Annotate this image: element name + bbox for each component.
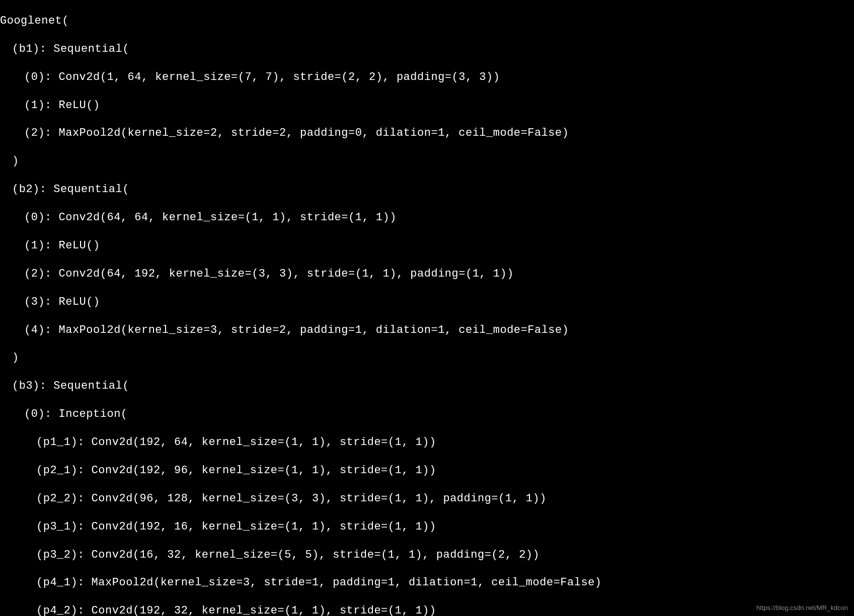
b2-layer-0: (0): Conv2d(64, 64, kernel_size=(1, 1), … — [0, 211, 854, 225]
b2-layer-4: (4): MaxPool2d(kernel_size=3, stride=2, … — [0, 323, 854, 337]
b3-inception0-layer-6: (p4_2): Conv2d(192, 32, kernel_size=(1, … — [0, 604, 854, 616]
b3-inception0-layer-2: (p2_2): Conv2d(96, 128, kernel_size=(3, … — [0, 492, 854, 506]
b3-inception0-layer-1: (p2_1): Conv2d(192, 96, kernel_size=(1, … — [0, 464, 854, 478]
b3-header: (b3): Sequential( — [0, 379, 854, 393]
b1-layer-2: (2): MaxPool2d(kernel_size=2, stride=2, … — [0, 126, 854, 140]
b2-close: ) — [0, 351, 854, 365]
b2-layer-2: (2): Conv2d(64, 192, kernel_size=(3, 3),… — [0, 267, 854, 281]
b2-layer-3: (3): ReLU() — [0, 295, 854, 309]
b3-inception0-layer-0: (p1_1): Conv2d(192, 64, kernel_size=(1, … — [0, 435, 854, 450]
b2-layer-1: (1): ReLU() — [0, 239, 854, 253]
b3-inception0-layer-3: (p3_1): Conv2d(192, 16, kernel_size=(1, … — [0, 520, 854, 534]
b1-close: ) — [0, 154, 854, 168]
b3-inception0-layer-5: (p4_1): MaxPool2d(kernel_size=3, stride=… — [0, 576, 854, 590]
b3-inception0-layer-4: (p3_2): Conv2d(16, 32, kernel_size=(5, 5… — [0, 548, 854, 562]
model-header: Googlenet( — [0, 14, 854, 28]
watermark: https://blog.csdn.net/MR_kdcon — [756, 604, 848, 612]
b1-header: (b1): Sequential( — [0, 42, 854, 56]
b1-layer-0: (0): Conv2d(1, 64, kernel_size=(7, 7), s… — [0, 70, 854, 84]
terminal-output: Googlenet( (b1): Sequential( (0): Conv2d… — [0, 0, 854, 616]
b3-inception0-header: (0): Inception( — [0, 407, 854, 421]
b2-header: (b2): Sequential( — [0, 183, 854, 197]
b1-layer-1: (1): ReLU() — [0, 99, 854, 113]
